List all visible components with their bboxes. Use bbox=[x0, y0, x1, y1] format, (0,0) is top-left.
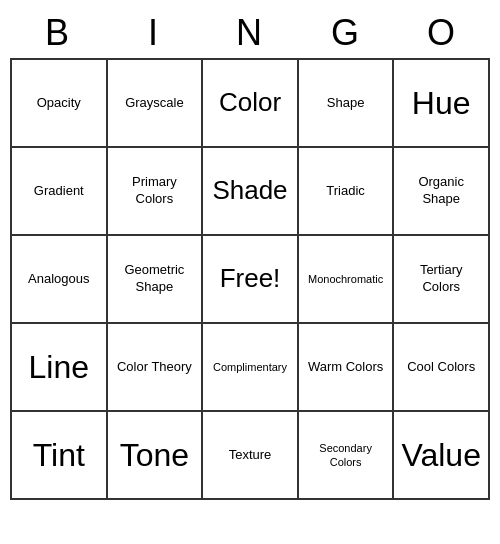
bingo-cell: Hue bbox=[394, 60, 490, 148]
bingo-cell: Triadic bbox=[299, 148, 395, 236]
cell-text: Triadic bbox=[326, 183, 365, 200]
bingo-cell: Tint bbox=[12, 412, 108, 500]
bingo-cell: Geometric Shape bbox=[108, 236, 204, 324]
bingo-cell: Organic Shape bbox=[394, 148, 490, 236]
bingo-cell: Tone bbox=[108, 412, 204, 500]
cell-text: Cool Colors bbox=[407, 359, 475, 376]
header-letter: O bbox=[394, 8, 490, 58]
header-letter: G bbox=[298, 8, 394, 58]
bingo-cell: Shade bbox=[203, 148, 299, 236]
cell-text: Tone bbox=[120, 437, 189, 474]
cell-text: Line bbox=[29, 349, 90, 386]
cell-text: Complimentary bbox=[213, 360, 287, 374]
bingo-header: BINGO bbox=[10, 8, 490, 58]
cell-text: Grayscale bbox=[125, 95, 184, 112]
cell-text: Shape bbox=[327, 95, 365, 112]
cell-text: Shade bbox=[212, 175, 287, 206]
cell-text: Secondary Colors bbox=[304, 441, 388, 470]
cell-text: Color Theory bbox=[117, 359, 192, 376]
bingo-cell: Free! bbox=[203, 236, 299, 324]
cell-text: Value bbox=[401, 437, 480, 474]
cell-text: Geometric Shape bbox=[113, 262, 197, 296]
bingo-cell: Shape bbox=[299, 60, 395, 148]
bingo-card: BINGO OpacityGrayscaleColorShapeHueGradi… bbox=[10, 8, 490, 500]
header-letter: N bbox=[202, 8, 298, 58]
bingo-cell: Color bbox=[203, 60, 299, 148]
cell-text: Gradient bbox=[34, 183, 84, 200]
bingo-cell: Opacity bbox=[12, 60, 108, 148]
bingo-cell: Line bbox=[12, 324, 108, 412]
cell-text: Analogous bbox=[28, 271, 89, 288]
cell-text: Hue bbox=[412, 85, 471, 122]
cell-text: Tint bbox=[33, 437, 85, 474]
bingo-cell: Value bbox=[394, 412, 490, 500]
cell-text: Tertiary Colors bbox=[399, 262, 483, 296]
bingo-cell: Cool Colors bbox=[394, 324, 490, 412]
bingo-cell: Tertiary Colors bbox=[394, 236, 490, 324]
cell-text: Warm Colors bbox=[308, 359, 383, 376]
bingo-cell: Primary Colors bbox=[108, 148, 204, 236]
bingo-cell: Secondary Colors bbox=[299, 412, 395, 500]
cell-text: Opacity bbox=[37, 95, 81, 112]
cell-text: Texture bbox=[229, 447, 272, 464]
header-letter: I bbox=[106, 8, 202, 58]
header-letter: B bbox=[10, 8, 106, 58]
cell-text: Organic Shape bbox=[399, 174, 483, 208]
bingo-cell: Monochromatic bbox=[299, 236, 395, 324]
bingo-cell: Analogous bbox=[12, 236, 108, 324]
bingo-cell: Grayscale bbox=[108, 60, 204, 148]
cell-text: Monochromatic bbox=[308, 272, 383, 286]
bingo-grid: OpacityGrayscaleColorShapeHueGradientPri… bbox=[10, 58, 490, 500]
cell-text: Color bbox=[219, 87, 281, 118]
bingo-cell: Gradient bbox=[12, 148, 108, 236]
bingo-cell: Warm Colors bbox=[299, 324, 395, 412]
bingo-cell: Texture bbox=[203, 412, 299, 500]
cell-text: Free! bbox=[220, 263, 281, 294]
cell-text: Primary Colors bbox=[113, 174, 197, 208]
bingo-cell: Complimentary bbox=[203, 324, 299, 412]
bingo-cell: Color Theory bbox=[108, 324, 204, 412]
